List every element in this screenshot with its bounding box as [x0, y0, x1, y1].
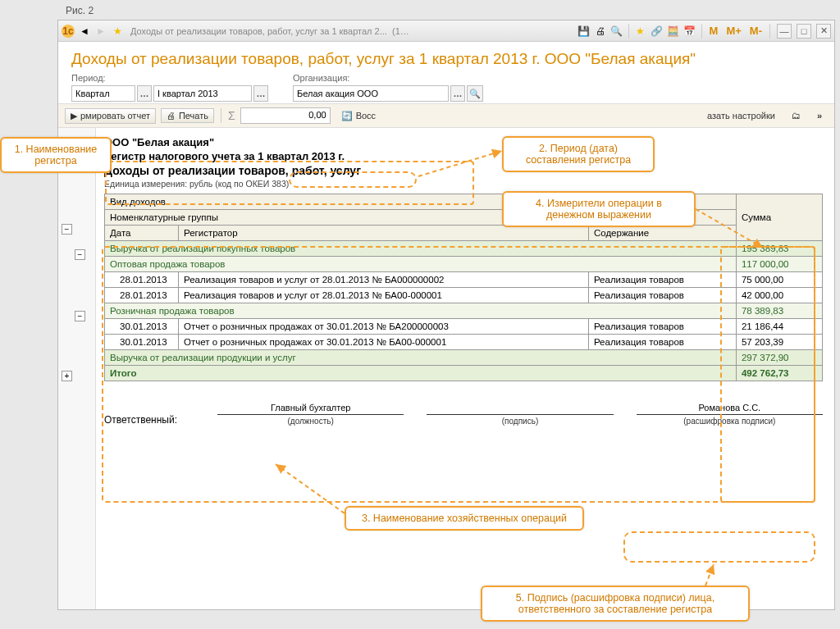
sig-position-sub: (должность) — [288, 417, 334, 426]
period-type-input[interactable]: Квартал — [71, 85, 135, 102]
restore-button[interactable]: 🔄 Восс — [336, 108, 381, 124]
table-row[interactable]: Итого492 762,73 — [105, 366, 823, 381]
star-icon[interactable]: ★ — [634, 25, 647, 38]
content-area: − − − + ООО "Белая акация" Регистр налог… — [58, 128, 834, 609]
more-button[interactable]: » — [811, 108, 828, 123]
titlebar: 1c ◄ ► ★ Доходы от реализации товаров, р… — [58, 21, 834, 42]
minimize-button[interactable]: — — [777, 24, 792, 39]
callout-2: 2. Период (дата) составления регистра — [502, 136, 655, 172]
report-title: Доходы от реализации товаров, работ, усл… — [58, 42, 834, 71]
table-row[interactable]: Оптовая продажа товаров117 000,00 — [105, 257, 823, 272]
mem-m-button[interactable]: M — [707, 25, 721, 37]
table-row[interactable]: Розничная продажа товаров78 389,83 — [105, 303, 823, 319]
window-title: Доходы от реализации товаров, работ, усл… — [130, 26, 409, 36]
tree-collapse-button[interactable]: − — [75, 311, 85, 321]
sig-sign-sub: (подпись) — [502, 417, 538, 426]
sum-display: 0,00 — [240, 107, 331, 124]
calendar-icon[interactable]: 📅 — [683, 25, 696, 38]
callout-1: 1. Наименование регистра — [0, 137, 112, 173]
separator — [628, 24, 629, 39]
print-icon[interactable]: 🖨 — [594, 25, 607, 38]
mem-mminus-button[interactable]: M- — [747, 25, 765, 37]
org-picker[interactable]: … — [450, 85, 465, 102]
org-label: Организация: — [293, 73, 483, 83]
table-row[interactable]: Выручка от реализации продукции и услуг2… — [105, 350, 823, 366]
table-row[interactable]: 28.01.2013Реализация товаров и услуг от … — [105, 272, 823, 288]
table-row[interactable]: 30.01.2013Отчет о розничных продажах от … — [105, 335, 823, 350]
period-label: Период: — [71, 73, 268, 83]
report-unit: Единица измерения: рубль (код по ОКЕИ 38… — [104, 179, 823, 189]
maximize-button[interactable]: □ — [797, 24, 811, 39]
show-settings-button[interactable]: азать настройки — [701, 108, 781, 123]
sig-name: Романова С.С. — [698, 403, 760, 412]
tree-collapse-button[interactable]: − — [62, 224, 72, 235]
link-icon[interactable]: 🔗 — [651, 25, 664, 38]
report-line2: Доходы от реализации товаров, работ, усл… — [104, 164, 823, 177]
table-row[interactable]: Выручка от реализации покупных товаров19… — [105, 241, 823, 257]
calc-icon[interactable]: 🧮 — [667, 25, 680, 38]
signature-row: Ответственный: Главный бухгалтер (должно… — [104, 403, 823, 426]
form-report-button[interactable]: ▶ рмировать отчет — [65, 108, 156, 124]
mem-mplus-button[interactable]: M+ — [724, 25, 743, 37]
sig-name-sub: (расшифровка подписи) — [683, 417, 775, 426]
org-search-button[interactable]: 🔍 — [467, 85, 483, 102]
period-value-input[interactable]: I квартал 2013 — [153, 85, 252, 102]
col-reg: Регистратор — [179, 226, 589, 241]
tree-gutter: − − − + — [58, 128, 96, 609]
back-icon[interactable]: ◄ — [78, 25, 91, 38]
sig-position: Главный бухгалтер — [271, 403, 350, 412]
tree-expand-button[interactable]: + — [62, 371, 72, 381]
resp-label: Ответственный: — [104, 414, 194, 426]
save-icon[interactable]: 💾 — [578, 25, 591, 38]
period-type-picker[interactable]: … — [137, 85, 152, 102]
favorite-icon[interactable]: ★ — [111, 25, 124, 38]
app-icon: 1c — [62, 25, 75, 38]
callout-4: 4. Измерители операции в денежном выраже… — [502, 191, 696, 227]
col-content: Содержание — [588, 226, 736, 241]
table-row[interactable]: 30.01.2013Отчет о розничных продажах от … — [105, 319, 823, 335]
figure-label: Рис. 2 — [66, 5, 94, 16]
separator — [769, 24, 770, 39]
org-input[interactable]: Белая акация ООО — [293, 85, 449, 102]
callout-5: 5. Подпись (расшифровка подписи) лица, о… — [481, 586, 750, 622]
col-sum: Сумма — [736, 194, 822, 241]
table-row[interactable]: 28.01.2013Реализация товаров и услуг от … — [105, 288, 823, 303]
tree-collapse-button[interactable]: − — [75, 249, 85, 260]
close-button[interactable]: ✕ — [816, 24, 831, 39]
preview-icon[interactable]: 🔍 — [610, 25, 623, 38]
sigma-label: Σ — [228, 109, 235, 122]
separator — [221, 108, 221, 123]
filter-row: Период: Квартал … I квартал 2013 … Орган… — [58, 71, 834, 103]
fwd-icon[interactable]: ► — [94, 25, 107, 38]
separator — [701, 24, 702, 39]
report-toolbar: ▶ рмировать отчет 🖨 Печать Σ 0,00 🔄 Восс… — [58, 103, 834, 128]
col-date: Дата — [105, 226, 179, 241]
report-org: ООО "Белая акация" — [104, 136, 823, 148]
report-line1: Регистр налогового учета за 1 квартал 20… — [104, 150, 823, 162]
config-button[interactable]: 🗂 — [786, 108, 806, 123]
callout-3: 3. Наименование хозяйственных операций — [345, 506, 584, 531]
print-button[interactable]: 🖨 Печать — [161, 108, 214, 123]
report-table: Вид доходовСумма Номенклатурные группы Д… — [104, 194, 823, 381]
report-body: ООО "Белая акация" Регистр налогового уч… — [96, 128, 834, 609]
period-value-picker[interactable]: … — [253, 85, 268, 102]
